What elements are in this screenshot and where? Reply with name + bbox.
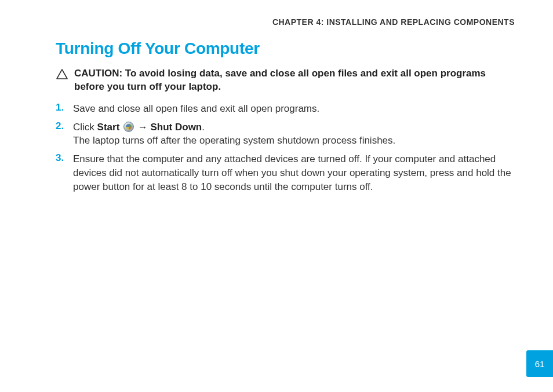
step2-prefix: Click bbox=[73, 122, 97, 133]
shutdown-label: Shut Down bbox=[150, 122, 202, 133]
section-title: Turning Off Your Computer bbox=[56, 39, 518, 58]
step-number: 1. bbox=[56, 102, 66, 113]
caution-block: CAUTION: To avoid losing data, save and … bbox=[56, 67, 518, 94]
start-label: Start bbox=[97, 122, 120, 133]
step-number: 2. bbox=[56, 120, 66, 132]
caution-triangle-icon bbox=[56, 68, 68, 82]
page-number: 61 bbox=[535, 359, 545, 369]
steps-list: 1. Save and close all open files and exi… bbox=[56, 102, 518, 194]
step-item: 2. Click Start → Shut Down. The laptop t… bbox=[56, 120, 518, 148]
step-body: Save and close all open files and exit a… bbox=[73, 102, 319, 116]
step2-line2: The laptop turns off after the operating… bbox=[73, 135, 395, 146]
page-content: CHAPTER 4: INSTALLING AND REPLACING COMP… bbox=[0, 0, 553, 194]
caution-body: To avoid losing data, save and close all… bbox=[74, 68, 486, 92]
step-body: Click Start → Shut Down. The laptop turn… bbox=[73, 120, 395, 148]
arrow: → bbox=[135, 122, 150, 133]
page-number-tab: 61 bbox=[526, 350, 553, 377]
step-number: 3. bbox=[56, 152, 66, 164]
step-item: 1. Save and close all open files and exi… bbox=[56, 102, 518, 116]
caution-text: CAUTION: To avoid losing data, save and … bbox=[74, 67, 518, 94]
chapter-header: CHAPTER 4: INSTALLING AND REPLACING COMP… bbox=[56, 17, 518, 27]
step-item: 3. Ensure that the computer and any atta… bbox=[56, 152, 518, 193]
svg-marker-0 bbox=[57, 69, 67, 79]
period: . bbox=[202, 122, 205, 133]
caution-label: CAUTION: bbox=[74, 68, 122, 79]
step-body: Ensure that the computer and any attache… bbox=[73, 152, 518, 193]
windows-start-orb-icon bbox=[123, 122, 134, 132]
